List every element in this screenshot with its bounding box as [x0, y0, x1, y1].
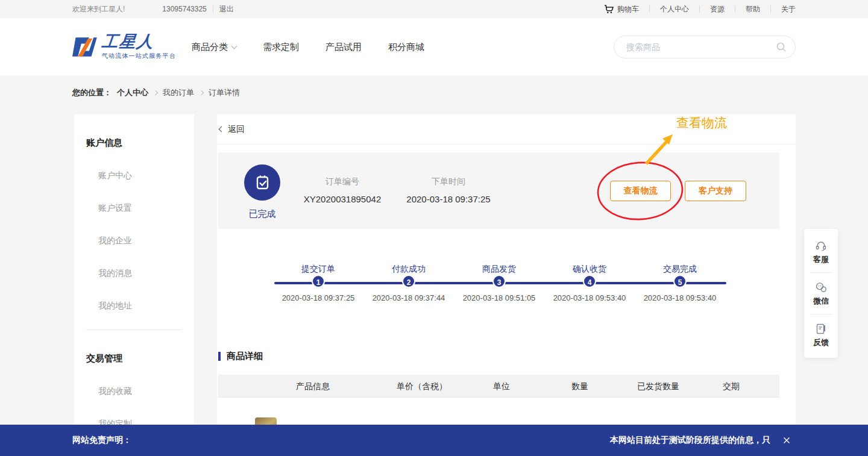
timeline-step-time: 2020-03-18 09:37:25: [273, 293, 363, 302]
sidebar-section-account-info: 账户信息: [86, 137, 182, 149]
order-complete-icon: [244, 164, 280, 201]
sidebar-item-my-messages[interactable]: 我的消息: [86, 268, 182, 279]
wechat-icon: [814, 281, 828, 294]
cart-icon: [604, 4, 614, 14]
col-shipped-quantity: 已发货数量: [637, 375, 679, 398]
timeline-step-number: 2: [402, 275, 415, 288]
timeline-step-label: 确认收货: [544, 263, 635, 275]
col-quantity: 数量: [571, 375, 588, 398]
timeline-step-number: 3: [492, 275, 506, 288]
sidebar-item-account-settings[interactable]: 账户设置: [86, 203, 182, 214]
back-button[interactable]: 返回: [219, 124, 245, 135]
logo-tagline: 气动流体一站式服务平台: [102, 52, 176, 60]
customer-service-label: 客服: [804, 254, 838, 265]
topbar-left: 欢迎来到工星人! 13095743325 退出: [72, 4, 234, 14]
order-status-label: 已完成: [235, 208, 289, 220]
logout-link[interactable]: 退出: [219, 4, 234, 14]
timeline-step-shipped: 商品发货 3 2020-03-18 09:51:05: [454, 259, 544, 302]
sidebar-item-my-company[interactable]: 我的企业: [86, 236, 182, 246]
order-time-block: 下单时间 2020-03-18 09:37:25: [394, 176, 503, 204]
timeline-step-received: 确认收货 4 2020-03-18 09:53:40: [544, 259, 635, 302]
nav-label: 商品分类: [192, 42, 228, 53]
feedback-button[interactable]: 反馈: [804, 319, 838, 351]
order-status-card: 已完成 订单编号 XY2020031895042 下单时间 2020-03-18…: [218, 152, 779, 229]
divider: [735, 5, 735, 13]
timeline-step-time: 2020-03-18 09:53:40: [544, 293, 635, 302]
timeline-step-paid: 付款成功 2 2020-03-18 09:37:44: [363, 259, 454, 302]
clipboard-check-icon: [253, 173, 272, 192]
logo[interactable]: 工星人 气动流体一站式服务平台: [72, 34, 176, 60]
nav-product-trial[interactable]: 产品试用: [326, 42, 362, 53]
feedback-icon: [814, 322, 828, 336]
order-no-label: 订单编号: [291, 176, 394, 187]
cart-label: 购物车: [617, 4, 639, 14]
topbar-link-help[interactable]: 帮助: [746, 4, 760, 14]
section-marker: [218, 352, 221, 361]
timeline-step-completed: 交易完成 5 2020-03-18 09:53:40: [635, 259, 725, 302]
timeline-step-label: 付款成功: [363, 263, 454, 275]
breadcrumb-prefix: 您的位置：: [72, 87, 112, 98]
search-input[interactable]: [625, 42, 776, 52]
order-timeline: 提交订单 1 2020-03-18 09:37:25 付款成功 2 2020-0…: [217, 259, 796, 319]
timeline-step-submit: 提交订单 1 2020-03-18 09:37:25: [273, 259, 363, 302]
view-logistics-button[interactable]: 查看物流: [610, 181, 671, 201]
timeline-step-time: 2020-03-18 09:53:40: [635, 293, 725, 302]
welcome-text: 欢迎来到工星人!: [72, 4, 125, 14]
logo-mark-icon: [72, 34, 97, 60]
header: 工星人 气动流体一站式服务平台 商品分类 需求定制 产品试用 积分商城: [0, 18, 868, 76]
divider: [810, 314, 832, 314]
timeline-step-label: 提交订单: [273, 263, 363, 275]
wechat-label: 微信: [804, 296, 838, 307]
chevron-down-icon: [231, 43, 237, 49]
annotation-text: 查看物流: [676, 114, 727, 131]
order-number-block: 订单编号 XY2020031895042: [291, 176, 394, 204]
customer-support-button[interactable]: 客户支持: [685, 181, 746, 201]
timeline-step-label: 交易完成: [635, 263, 725, 275]
wechat-button[interactable]: 微信: [804, 278, 838, 309]
col-unit-price: 单价（含税）: [397, 375, 447, 398]
breadcrumb-my-orders[interactable]: 我的订单: [163, 87, 194, 98]
topbar-link-user-center[interactable]: 个人中心: [660, 4, 689, 14]
chevron-right-icon: [153, 90, 158, 95]
topbar-link-resources[interactable]: 资源: [710, 4, 725, 14]
cart-link[interactable]: 购物车: [604, 4, 639, 14]
timeline-step-number: 4: [583, 275, 596, 288]
timeline-step-time: 2020-03-18 09:37:44: [363, 293, 454, 302]
page: 欢迎来到工星人! 13095743325 退出 购物车 个人中心 资源 帮助 关…: [0, 0, 868, 456]
col-delivery-date: 交期: [723, 375, 740, 398]
divider: [699, 5, 700, 13]
back-label: 返回: [228, 124, 245, 135]
sidebar: 账户信息 账户中心 账户设置 我的企业 我的消息 我的地址 交易管理 我的收藏 …: [74, 114, 194, 456]
logo-text-block: 工星人 气动流体一站式服务平台: [102, 34, 176, 60]
sidebar-item-my-favorites[interactable]: 我的收藏: [86, 386, 182, 397]
close-icon[interactable]: [782, 436, 791, 445]
products-section-title: 商品详细: [218, 351, 263, 362]
chevron-left-icon: [219, 126, 225, 133]
search-icon[interactable]: [776, 42, 787, 52]
disclaimer-bar: 网站免责声明： 本网站目前处于测试阶段所提供的信息，只: [0, 425, 868, 456]
timeline-step-time: 2020-03-18 09:51:05: [454, 293, 544, 302]
col-product-info: 产品信息: [296, 375, 330, 398]
topbar-right: 购物车 个人中心 资源 帮助 关于: [604, 4, 796, 14]
col-unit: 单位: [493, 375, 510, 398]
nav-product-categories[interactable]: 商品分类: [192, 42, 236, 53]
nav-custom-demand[interactable]: 需求定制: [263, 42, 299, 53]
breadcrumb-personal-center[interactable]: 个人中心: [117, 87, 148, 98]
nav-points-mall[interactable]: 积分商城: [388, 42, 424, 53]
sidebar-item-account-center[interactable]: 账户中心: [86, 170, 182, 181]
main-nav: 商品分类 需求定制 产品试用 积分商城: [192, 42, 424, 53]
customer-service-button[interactable]: 客服: [804, 236, 838, 267]
timeline-step-label: 商品发货: [454, 263, 544, 275]
sidebar-section-trade-management: 交易管理: [86, 353, 182, 364]
topbar: 欢迎来到工星人! 13095743325 退出 购物车 个人中心 资源 帮助 关…: [0, 0, 868, 18]
logo-text: 工星人: [101, 34, 177, 50]
sidebar-item-my-address[interactable]: 我的地址: [86, 301, 182, 311]
chevron-right-icon: [199, 90, 204, 95]
search-box: [614, 36, 796, 58]
disclaimer-right: 本网站目前处于测试阶段所提供的信息，只: [610, 435, 791, 446]
order-time-label: 下单时间: [394, 176, 503, 187]
products-table-header: 产品信息 单价（含税） 单位 数量 已发货数量 交期: [218, 375, 779, 398]
topbar-link-about[interactable]: 关于: [781, 4, 796, 14]
order-detail-panel: 返回 已完成 订单编号 XY2020031895042 下单时间 2020-03…: [217, 114, 796, 456]
divider: [810, 272, 832, 273]
